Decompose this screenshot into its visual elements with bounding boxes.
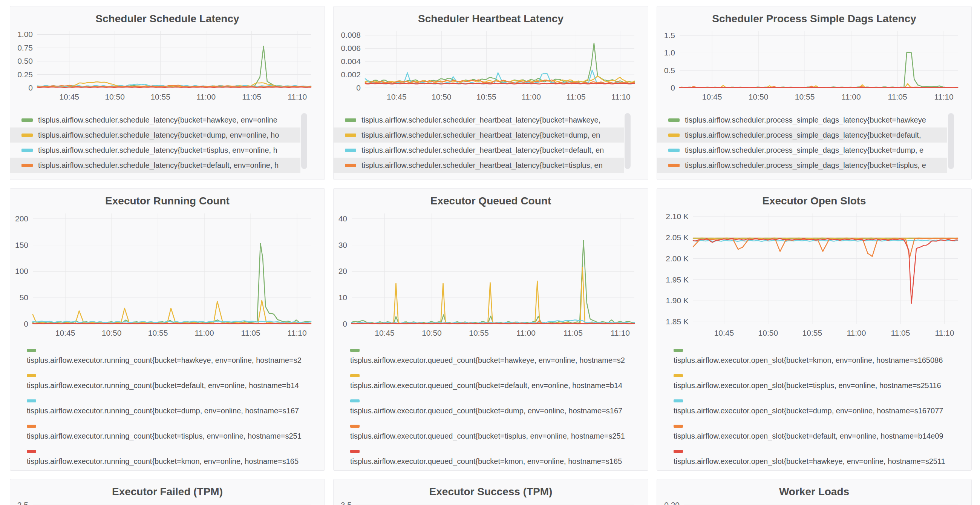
y-tick-label: 10 — [339, 293, 347, 302]
x-tick-label: 10:50 — [105, 92, 125, 101]
legend-color-swatch-yellow — [345, 134, 356, 137]
legend-item[interactable]: tisplus.airflow.executor.running_count{b… — [10, 370, 325, 395]
legend-item[interactable]: tisplus.airflow.executor.queued_count{bu… — [334, 445, 648, 471]
y-tick-label: 2.10 K — [666, 212, 689, 221]
timeseries-chart[interactable]: 2.5 — [10, 500, 325, 505]
legend-item[interactable]: tisplus.airflow.executor.queued_count{bu… — [334, 420, 648, 445]
legend-series-label: tisplus.airflow.scheduler.scheduler_hear… — [361, 131, 600, 140]
legend-color-swatch-red — [674, 450, 683, 453]
legend-item[interactable]: tisplus.airflow.executor.queued_count{bu… — [334, 370, 648, 395]
x-tick-label: 11:10 — [934, 92, 954, 101]
y-tick-label: 1.0 — [664, 48, 675, 57]
legend-item[interactable]: tisplus.airflow.scheduler.process_simple… — [657, 112, 947, 127]
timeseries-chart[interactable]: 1.51.00.5010:4510:5010:5511:0011:0511:10 — [657, 27, 971, 104]
y-tick-label: 150 — [15, 241, 28, 249]
x-tick-label: 11:10 — [288, 92, 307, 101]
legend-color-swatch-cyan — [674, 400, 683, 402]
legend-item[interactable]: tisplus.airflow.executor.open_slot{bucke… — [657, 344, 971, 370]
legend-series-label: tisplus.airflow.executor.queued_count{bu… — [350, 457, 637, 466]
legend-color-swatch-red — [350, 450, 360, 453]
panel-scheduler-heartbeat-latency: Scheduler Heartbeat Latency 0.0080.0060.… — [333, 6, 648, 180]
legend-item[interactable]: tisplus.airflow.executor.running_count{b… — [10, 344, 325, 370]
y-tick-label: 1.5 — [664, 31, 675, 40]
legend-item[interactable]: tisplus.airflow.scheduler.process_simple… — [657, 158, 947, 173]
legend-color-swatch-green — [27, 349, 36, 352]
x-tick-label: 10:50 — [422, 328, 442, 337]
y-tick-label: 50 — [20, 293, 28, 302]
y-tick-label: 0.008 — [341, 30, 361, 39]
y-tick-label: 0.004 — [341, 57, 361, 65]
legend-item[interactable]: tisplus.airflow.executor.queued_count{bu… — [334, 395, 648, 420]
panel-scheduler-process-simple-dags-latency: Scheduler Process Simple Dags Latency 1.… — [657, 6, 972, 180]
y-tick-label: 0.25 — [18, 70, 33, 79]
legend-item[interactable]: tisplus.airflow.executor.running_count{b… — [10, 420, 325, 445]
legend-item[interactable]: tisplus.airflow.executor.open_slot{bucke… — [657, 395, 971, 420]
y-tick-label: 1.00 — [18, 30, 33, 38]
panel-title: Scheduler Schedule Latency — [10, 6, 325, 27]
x-tick-label: 11:00 — [516, 328, 536, 337]
x-tick-label: 11:10 — [935, 328, 954, 337]
legend-item[interactable]: tisplus.airflow.scheduler.process_simple… — [657, 143, 947, 158]
timeseries-chart[interactable]: 3.5 — [334, 500, 648, 505]
timeseries-chart[interactable]: 0.0080.0060.0040.002010:4510:5010:5511:0… — [334, 27, 648, 104]
legend-series-label: tisplus.airflow.executor.running_count{b… — [27, 356, 314, 365]
legend-item[interactable]: tisplus.airflow.scheduler.schedule_laten… — [10, 143, 301, 158]
legend-color-swatch-yellow — [350, 374, 360, 377]
y-tick-label: 0.5 — [664, 66, 675, 75]
legend-item[interactable]: tisplus.airflow.executor.open_slot{bucke… — [657, 445, 971, 471]
legend-scrollbar-thumb[interactable] — [948, 113, 954, 169]
x-tick-label: 11:05 — [563, 328, 583, 337]
x-tick-label: 11:05 — [241, 328, 261, 337]
legend-series-label: tisplus.airflow.executor.queued_count{bu… — [350, 381, 637, 390]
x-tick-label: 10:45 — [714, 328, 734, 337]
legend-item[interactable]: tisplus.airflow.scheduler.schedule_laten… — [10, 112, 301, 127]
legend-item[interactable]: tisplus.airflow.scheduler.schedule_laten… — [10, 127, 301, 143]
legend-series-label: tisplus.airflow.executor.running_count{b… — [27, 457, 314, 466]
panel-title: Executor Open Slots — [657, 189, 971, 209]
legend-item[interactable]: tisplus.airflow.scheduler.schedule_laten… — [10, 158, 301, 173]
legend-item[interactable]: tisplus.airflow.executor.open_slot{bucke… — [657, 370, 971, 395]
legend-item[interactable]: tisplus.airflow.scheduler.scheduler_hear… — [334, 127, 624, 143]
legend-item[interactable]: tisplus.airflow.scheduler.scheduler_hear… — [334, 158, 624, 173]
x-tick-label: 11:00 — [522, 92, 541, 101]
legend-item[interactable]: tisplus.airflow.scheduler.process_simple… — [657, 173, 947, 177]
y-tick-label: 0 — [24, 319, 28, 328]
x-tick-label: 11:05 — [891, 328, 910, 337]
legend-item[interactable]: tisplus.airflow.executor.running_count{b… — [10, 445, 325, 471]
series-line-cyan — [693, 240, 958, 241]
legend-series-label: tisplus.airflow.scheduler.process_simple… — [685, 116, 926, 124]
legend-scrollbar-thumb[interactable] — [301, 113, 307, 169]
x-tick-label: 11:05 — [566, 92, 586, 101]
legend-rows: tisplus.airflow.scheduler.schedule_laten… — [10, 112, 301, 177]
legend-color-swatch-yellow — [674, 374, 683, 377]
legend-item[interactable]: tisplus.airflow.scheduler.scheduler_hear… — [334, 112, 624, 127]
legend-item[interactable]: tisplus.airflow.scheduler.scheduler_hear… — [334, 143, 624, 158]
legend-item[interactable]: tisplus.airflow.scheduler.schedule_laten… — [10, 173, 301, 177]
legend-scrollbar-thumb[interactable] — [625, 113, 631, 169]
y-tick-label: 0 — [343, 319, 347, 328]
legend-item[interactable]: tisplus.airflow.scheduler.scheduler_hear… — [334, 173, 624, 177]
legend-item[interactable]: tisplus.airflow.scheduler.process_simple… — [657, 127, 947, 143]
y-tick-label: 30 — [339, 241, 347, 249]
panel-executor-success-tpm: Executor Success (TPM) 3.5 — [333, 479, 648, 505]
legend-series-label: tisplus.airflow.scheduler.process_simple… — [685, 176, 923, 178]
legend-series-label: tisplus.airflow.scheduler.scheduler_hear… — [361, 161, 603, 170]
legend-item[interactable]: tisplus.airflow.executor.queued_count{bu… — [334, 344, 648, 370]
legend-item[interactable]: tisplus.airflow.executor.running_count{b… — [10, 395, 325, 420]
timeseries-chart[interactable]: 0.20 — [657, 500, 971, 505]
legend-item[interactable]: tisplus.airflow.executor.open_slot{bucke… — [657, 420, 971, 445]
y-tick-label: 100 — [15, 267, 28, 275]
y-tick-label: 0 — [356, 83, 361, 92]
y-tick-label: 0.20 — [664, 500, 679, 505]
timeseries-chart[interactable]: 40302010010:4510:5010:5511:0011:0511:10 — [334, 209, 648, 339]
legend-series-label: tisplus.airflow.scheduler.schedule_laten… — [38, 146, 277, 155]
x-tick-label: 10:50 — [431, 92, 452, 101]
timeseries-chart[interactable]: 20015010050010:4510:5010:5511:0011:0511:… — [10, 209, 325, 339]
x-tick-label: 11:00 — [842, 92, 861, 101]
y-tick-label: 1.90 K — [666, 296, 689, 305]
timeseries-chart[interactable]: 1.000.750.500.25010:4510:5010:5511:0011:… — [10, 27, 325, 104]
legend: tisplus.airflow.scheduler.scheduler_hear… — [334, 112, 648, 177]
timeseries-chart[interactable]: 2.10 K2.05 K2.00 K1.95 K1.90 K1.85 K10:4… — [657, 209, 971, 339]
panel-title: Executor Queued Count — [334, 189, 648, 209]
legend-series-label: tisplus.airflow.scheduler.scheduler_hear… — [361, 116, 600, 124]
